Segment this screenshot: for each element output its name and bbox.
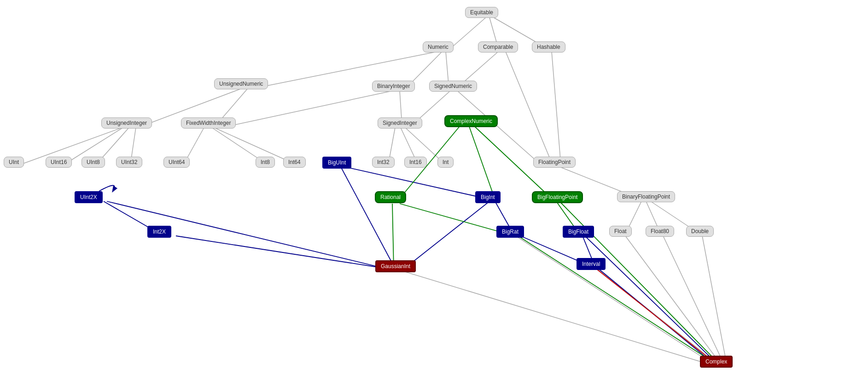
node-bigfloatingpoint: BigFloatingPoint [532, 191, 583, 203]
svg-line-53 [518, 236, 716, 364]
svg-line-48 [469, 125, 495, 199]
edges-svg [0, 0, 868, 381]
svg-line-45 [585, 236, 717, 364]
node-uint8: UInt8 [82, 157, 105, 168]
node-signedinteger: SignedInteger [378, 117, 422, 129]
node-uint16: UInt16 [46, 157, 72, 168]
node-bigfloat: BigFloat [563, 226, 594, 238]
node-complexnumeric: ComplexNumeric [444, 115, 498, 127]
node-binaryinteger: BinaryInteger [372, 81, 415, 92]
svg-line-10 [230, 91, 393, 126]
svg-line-38 [344, 167, 490, 199]
node-unsignedinteger: UnsignedInteger [101, 117, 152, 129]
node-rational: Rational [375, 191, 406, 203]
node-numeric: Numeric [423, 41, 454, 53]
node-double: Double [686, 226, 714, 237]
svg-line-33 [516, 236, 713, 364]
node-signednumeric: SignedNumeric [429, 81, 477, 92]
node-uint2x: UInt2X [75, 191, 103, 203]
node-hashable: Hashable [532, 41, 565, 53]
node-int: Int [437, 157, 454, 168]
node-biguint: BigUInt [322, 157, 351, 169]
node-comparable: Comparable [478, 41, 518, 53]
node-int32: Int32 [372, 157, 395, 168]
node-unsignednumeric: UnsignedNumeric [214, 78, 268, 89]
node-binaryfloatingpoint: BinaryFloatingPoint [617, 191, 675, 202]
node-bigrat: BigRat [496, 226, 524, 238]
svg-line-34 [401, 270, 708, 364]
node-uint64: UInt64 [163, 157, 190, 168]
svg-line-12 [552, 52, 561, 165]
node-equitable: Equitable [465, 7, 498, 18]
node-int2x: Int2X [147, 226, 171, 238]
node-complex: Complex [700, 356, 733, 368]
node-floatingpoint: FloatingPoint [533, 157, 576, 168]
svg-line-41 [404, 201, 489, 269]
node-uint: UInt [4, 157, 24, 168]
svg-line-54 [595, 268, 717, 365]
svg-line-49 [392, 204, 394, 269]
svg-line-32 [596, 268, 717, 364]
node-bigint: BigInt [475, 191, 501, 203]
node-int16: Int16 [404, 157, 427, 168]
node-int8: Int8 [256, 157, 275, 168]
svg-line-29 [625, 236, 721, 364]
node-uint32: UInt32 [116, 157, 142, 168]
svg-line-13 [506, 52, 553, 165]
node-float: Float [609, 226, 632, 237]
node-gaussianint: GaussianInt [375, 260, 416, 272]
svg-line-39 [341, 167, 395, 269]
graph-container: Equitable Numeric Comparable Hashable Un… [0, 0, 868, 381]
node-int64: Int64 [283, 157, 306, 168]
node-float80: Float80 [646, 226, 674, 237]
svg-line-37 [176, 236, 387, 269]
node-fixedwidthinteger: FixedWidthInteger [181, 117, 236, 129]
node-interval: Interval [577, 258, 606, 270]
